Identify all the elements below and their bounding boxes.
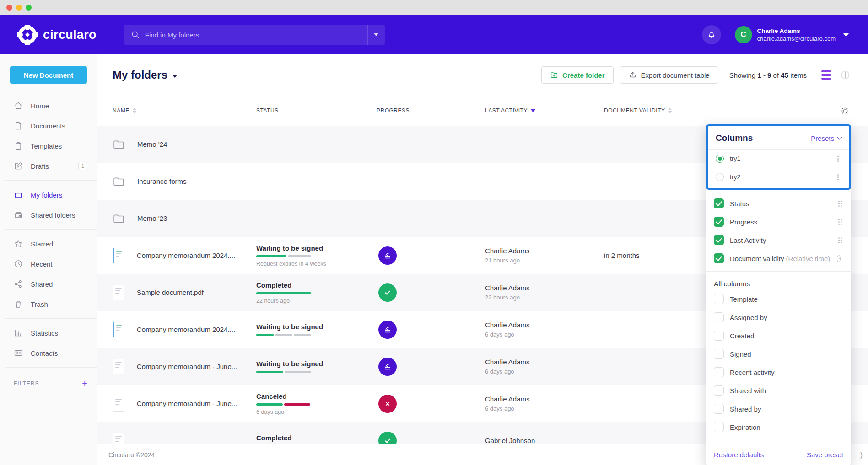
column-toggle-progress[interactable]: Progress <box>706 213 851 231</box>
checkbox-checked[interactable] <box>714 235 724 245</box>
preset-option-try2[interactable]: try2 <box>708 168 849 186</box>
page-title[interactable]: My folders <box>113 69 178 81</box>
completed-status-icon <box>378 283 397 302</box>
kebab-menu-icon[interactable] <box>837 156 839 157</box>
folder-stack-icon <box>14 190 23 199</box>
checkbox-unchecked[interactable] <box>714 312 724 322</box>
status-label: Completed <box>256 281 363 289</box>
radio-selected[interactable] <box>716 155 724 163</box>
trash-icon <box>14 299 23 309</box>
checkbox-unchecked[interactable] <box>714 385 724 396</box>
help-icon[interactable]: ? <box>837 255 841 262</box>
column-toggle-shared-by[interactable]: Shared by <box>706 400 851 418</box>
column-header-progress[interactable]: PROGRESS <box>377 107 485 114</box>
column-label: Created <box>730 332 754 340</box>
column-header-document-validity[interactable]: DOCUMENT VALIDITY <box>604 107 841 114</box>
sidebar-item-shared-folders[interactable]: Shared folders <box>0 205 97 225</box>
checkbox-unchecked[interactable] <box>714 367 724 377</box>
chevron-down-icon <box>172 75 178 78</box>
new-document-button[interactable]: New Document <box>10 66 87 84</box>
window-minimize-button[interactable] <box>16 5 22 11</box>
save-preset-link[interactable]: Save preset <box>807 451 843 459</box>
sidebar-item-trash[interactable]: Trash <box>0 294 97 314</box>
export-document-table-button[interactable]: Export document table <box>620 66 718 84</box>
column-toggle-template[interactable]: Template <box>706 290 851 308</box>
column-toggle-assigned-by[interactable]: Assigned by <box>706 308 851 326</box>
window-zoom-button[interactable] <box>26 5 32 11</box>
column-toggle-status[interactable]: Status <box>706 194 851 213</box>
checkbox-unchecked[interactable] <box>714 294 724 304</box>
window-close-button[interactable] <box>6 5 12 11</box>
activity-user: Gabriel Johnson <box>485 437 604 444</box>
column-toggle-signed[interactable]: Signed <box>706 345 851 363</box>
search-scope-dropdown[interactable] <box>367 25 385 45</box>
sidebar-item-documents[interactable]: Documents <box>0 116 97 136</box>
sidebar-item-starred[interactable]: Starred <box>0 234 97 254</box>
row-name: Company memorandum - June... <box>137 363 237 370</box>
sidebar-item-templates[interactable]: Templates <box>0 136 97 156</box>
drag-handle-icon[interactable] <box>838 237 840 239</box>
column-toggle-document-validity[interactable]: Document validity (Relative time) ? <box>706 249 851 267</box>
sidebar-item-statistics[interactable]: Statistics <box>0 323 97 343</box>
checkbox-unchecked[interactable] <box>714 349 724 359</box>
list-view-toggle[interactable] <box>821 70 831 80</box>
column-header-status[interactable]: STATUS <box>256 107 377 114</box>
brand-logo[interactable]: circularo <box>17 25 97 45</box>
activity-time: 6 days ago <box>485 368 604 375</box>
column-toggle-created[interactable]: Created <box>706 326 851 345</box>
row-name: Insurance forms <box>137 177 187 185</box>
sidebar-item-recent[interactable]: Recent <box>0 254 97 274</box>
sidebar-item-drafts[interactable]: Drafts 1 <box>0 156 97 176</box>
sidebar-item-my-folders[interactable]: My folders <box>0 185 97 205</box>
radio-unselected[interactable] <box>716 173 724 181</box>
checkbox-unchecked[interactable] <box>714 422 724 432</box>
checkbox-unchecked[interactable] <box>714 331 724 341</box>
column-label: Expiration <box>730 423 760 431</box>
sidebar-item-label: Home <box>31 102 49 110</box>
share-icon <box>14 279 23 289</box>
restore-defaults-link[interactable]: Restore defaults <box>714 451 764 459</box>
column-toggle-shared-with[interactable]: Shared with <box>706 381 851 400</box>
drag-handle-icon[interactable] <box>838 201 840 202</box>
preset-option-try1[interactable]: try1 <box>708 150 849 168</box>
search-icon <box>131 31 140 39</box>
row-name: Memo '24 <box>137 140 167 148</box>
sidebar-item-shared[interactable]: Shared <box>0 274 97 294</box>
activity-time: 21 hours ago <box>485 257 604 264</box>
checkbox-checked[interactable] <box>714 253 724 263</box>
chevron-down-icon <box>837 134 842 139</box>
notifications-button[interactable] <box>702 25 721 44</box>
sidebar-item-label: My folders <box>31 191 62 199</box>
presets-dropdown[interactable]: Presets <box>811 134 841 142</box>
folder-plus-icon <box>550 71 558 79</box>
sidebar-item-home[interactable]: Home <box>0 96 97 116</box>
column-header-name[interactable]: NAME <box>113 107 256 114</box>
checkbox-checked[interactable] <box>714 217 724 227</box>
document-icon <box>14 121 23 130</box>
checkbox-unchecked[interactable] <box>714 404 724 414</box>
column-toggle-recent-activity[interactable]: Recent activity <box>706 363 851 381</box>
add-filter-button[interactable]: + <box>82 379 87 388</box>
drag-handle-icon[interactable] <box>838 219 840 220</box>
all-columns-label: All columns <box>706 275 851 290</box>
column-settings-button[interactable] <box>841 107 868 115</box>
sidebar-item-label: Trash <box>31 300 48 308</box>
activity-user: Charlie Adams <box>485 284 604 292</box>
column-toggle-last-activity[interactable]: Last Activity <box>706 231 851 249</box>
progress-bar <box>256 403 311 406</box>
progress-bar <box>256 255 311 257</box>
checkbox-checked[interactable] <box>714 198 724 208</box>
column-label: Signed <box>730 350 751 358</box>
user-menu[interactable]: C Charlie Adams charlie.adams@circularo.… <box>735 26 849 43</box>
sidebar-item-contacts[interactable]: Contacts <box>0 343 97 363</box>
column-header-last-activity[interactable]: LAST ACTIVITY <box>485 107 604 114</box>
search-input[interactable] <box>145 31 367 39</box>
grid-view-toggle[interactable] <box>841 70 850 80</box>
column-toggle-expiration[interactable]: Expiration <box>706 418 851 436</box>
sidebar-item-label: Shared folders <box>31 211 75 219</box>
status-label: Completed <box>256 434 363 442</box>
status-label: Waiting to be signed <box>256 244 363 252</box>
sidebar-item-label: Templates <box>31 142 62 150</box>
kebab-menu-icon[interactable] <box>837 174 839 176</box>
create-folder-button[interactable]: Create folder <box>541 66 614 84</box>
